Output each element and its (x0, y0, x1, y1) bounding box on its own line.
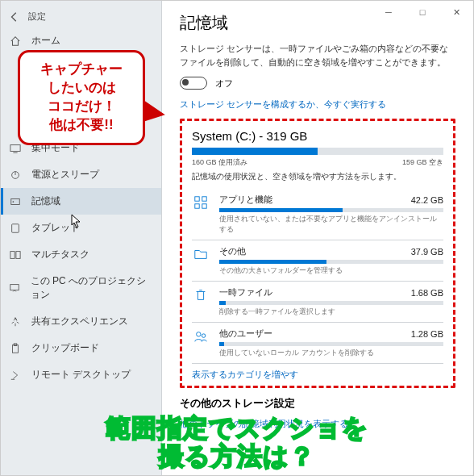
close-button[interactable]: ✕ (439, 1, 473, 23)
sidebar-item-label: 電源とスリープ (31, 168, 99, 182)
item-size: 1.68 GB (411, 288, 443, 298)
svg-rect-11 (202, 197, 206, 201)
highlighted-region: System (C:) - 319 GB 160 GB 使用済み 159 GB … (180, 119, 455, 388)
display-icon (9, 142, 22, 155)
folder-icon (192, 245, 210, 263)
usage-desc: 記憶域の使用状況と、空き領域を増やす方法を示します。 (192, 171, 443, 182)
storage-item-apps[interactable]: アプリと機能42.2 GB 使用されていない、または不要なアプリと機能をアンイン… (192, 189, 443, 240)
annotation-callout: キャプチャー したいのは ココだけ！ 他は不要!! (18, 50, 145, 145)
svg-rect-13 (202, 204, 206, 208)
multitask-icon (9, 248, 22, 261)
storage-item-other[interactable]: その他37.9 GB その他の大きいフォルダーを管理する (192, 240, 443, 282)
item-size: 42.2 GB (411, 195, 443, 205)
storage-item-users[interactable]: 他のユーザー1.28 GB 使用していないローカル アカウントを削除する (192, 323, 443, 364)
overlay-caption: 範囲指定でスクショを 撮る方法は？ (0, 414, 474, 471)
sidebar-item-multitask[interactable]: マルチタスク (1, 241, 161, 268)
sidebar-item-label: 共有エクスペリエンス (31, 315, 128, 328)
sidebar-item-label: マルチタスク (31, 248, 89, 261)
apps-icon (192, 194, 210, 211)
sidebar-item-label: 記憶域 (31, 194, 60, 208)
item-size: 37.9 GB (411, 247, 443, 257)
cursor-icon (71, 214, 82, 228)
storage-sense-toggle[interactable] (180, 77, 207, 90)
drive-title: System (C:) - 319 GB (192, 129, 443, 143)
users-icon (192, 328, 210, 345)
drive-usage-fill (192, 148, 318, 155)
svg-rect-7 (10, 285, 19, 290)
svg-rect-5 (10, 251, 15, 258)
svg-point-14 (197, 332, 201, 336)
item-size: 1.28 GB (411, 329, 443, 339)
maximize-button[interactable]: □ (405, 1, 439, 23)
minimize-button[interactable]: ─ (372, 1, 405, 23)
sidebar-item-storage[interactable]: 記憶域 (1, 188, 161, 215)
sidebar-item-clipboard[interactable]: クリップボード (1, 335, 161, 361)
window-title: 設定 (28, 10, 46, 23)
clipboard-icon (9, 342, 22, 355)
sidebar-item-power[interactable]: 電源とスリープ (1, 161, 161, 188)
main-panel: ─ □ ✕ 記憶域 ストレージ センサーは、一時ファイルやごみ箱の内容などの不要… (162, 1, 473, 475)
item-desc: 使用されていない、または不要なアプリと機能をアンインストールする (219, 214, 443, 235)
sidebar-item-label: リモート デスクトップ (31, 368, 131, 382)
shared-icon (9, 315, 22, 328)
svg-point-3 (13, 201, 15, 203)
sidebar-item-label: この PC へのプロジェクション (31, 274, 153, 302)
item-title: 他のユーザー (219, 328, 272, 340)
tablet-icon (9, 222, 22, 235)
svg-rect-2 (11, 198, 20, 204)
item-title: アプリと機能 (219, 194, 272, 206)
window-controls: ─ □ ✕ (372, 1, 473, 23)
used-label: 160 GB 使用済み (192, 157, 247, 168)
home-icon (9, 35, 22, 48)
section2-title: その他のストレージ設定 (180, 396, 455, 411)
storage-icon (9, 195, 22, 208)
configure-link[interactable]: ストレージ センサーを構成するか、今すぐ実行する (180, 99, 386, 109)
storage-sense-desc: ストレージ センサーは、一時ファイルやごみ箱の内容などの不要なファイルを削除して… (180, 42, 455, 69)
svg-rect-0 (10, 144, 20, 151)
trash-icon (192, 286, 210, 304)
titlebar: 設定 (1, 6, 161, 27)
toggle-label: オフ (215, 77, 233, 90)
item-desc: その他の大きいフォルダーを管理する (219, 265, 443, 276)
storage-item-temp[interactable]: 一時ファイル1.68 GB 削除する一時ファイルを選択します (192, 282, 443, 323)
sidebar-item-shared[interactable]: 共有エクスペリエンス (1, 308, 161, 335)
power-icon (9, 169, 22, 182)
svg-rect-10 (195, 197, 199, 201)
remote-icon (9, 369, 22, 382)
sidebar-item-remote[interactable]: リモート デスクトップ (1, 361, 161, 388)
sidebar-item-label: クリップボード (31, 341, 99, 355)
item-desc: 使用していないローカル アカウントを削除する (219, 348, 443, 358)
svg-point-15 (202, 334, 206, 338)
free-label: 159 GB 空き (402, 157, 443, 168)
item-desc: 削除する一時ファイルを選択します (219, 307, 443, 317)
back-icon[interactable] (9, 11, 20, 23)
projection-icon (9, 282, 21, 294)
sidebar-item-projection[interactable]: この PC へのプロジェクション (1, 268, 161, 308)
drive-usage-bar (192, 148, 443, 155)
item-title: 一時ファイル (219, 286, 272, 299)
svg-rect-8 (13, 344, 19, 353)
svg-rect-12 (195, 204, 199, 208)
more-categories-link[interactable]: 表示するカテゴリを増やす (192, 369, 443, 381)
item-title: その他 (219, 245, 246, 257)
svg-rect-4 (12, 223, 19, 232)
sidebar-home-label: ホーム (31, 34, 60, 48)
svg-rect-6 (16, 251, 20, 258)
